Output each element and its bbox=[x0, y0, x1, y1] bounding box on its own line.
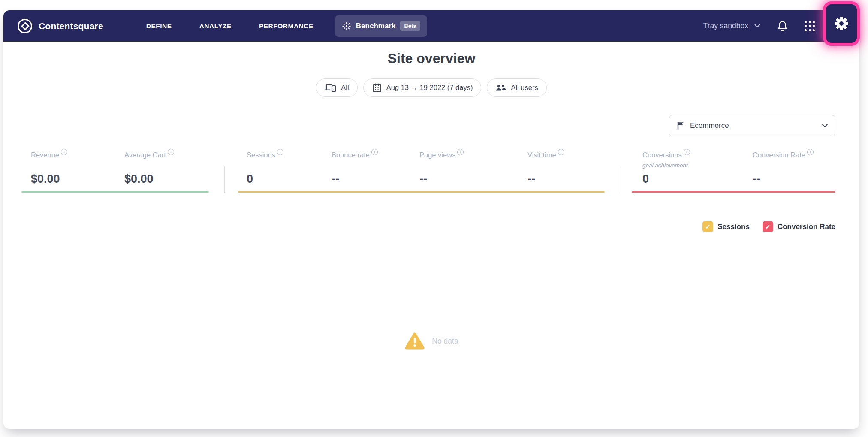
legend-conversion-rate[interactable]: ✓ Conversion Rate bbox=[763, 221, 835, 232]
info-icon[interactable]: i bbox=[558, 149, 564, 155]
calendar-icon bbox=[372, 83, 382, 93]
page-title: Site overview bbox=[3, 51, 859, 66]
metric-value: $0.00 bbox=[31, 172, 60, 186]
info-icon[interactable]: i bbox=[807, 149, 814, 155]
gear-icon bbox=[834, 16, 849, 31]
info-icon[interactable]: i bbox=[61, 149, 67, 155]
grid-icon bbox=[805, 21, 815, 31]
metric-revenue: Revenue i $0.00 bbox=[31, 151, 67, 159]
metric-label: Revenue bbox=[31, 151, 59, 159]
metric-label: Conversion Rate bbox=[753, 151, 805, 159]
metric-page-views: Page views i -- bbox=[419, 151, 464, 159]
empty-state-text: No data bbox=[432, 337, 458, 346]
metric-bounce-rate: Bounce rate i -- bbox=[332, 151, 378, 159]
checkbox-sessions[interactable]: ✓ bbox=[702, 221, 713, 232]
benchmark-label: Benchmark bbox=[356, 22, 396, 30]
brand-name: Contentsquare bbox=[39, 21, 103, 31]
metric-sessions: Sessions i 0 bbox=[247, 151, 283, 159]
metric-value: 0 bbox=[247, 172, 253, 186]
top-navigation: Contentsquare DEFINE ANALYZE PERFORMANCE… bbox=[3, 10, 859, 42]
account-switcher[interactable]: Tray sandbox bbox=[703, 21, 760, 30]
metric-label: Bounce rate bbox=[332, 151, 370, 159]
metric-value: -- bbox=[332, 172, 339, 186]
metric-label: Average Cart bbox=[124, 151, 166, 159]
revenue-group-underline bbox=[21, 191, 209, 193]
chart-legend: ✓ Sessions ✓ Conversion Rate bbox=[702, 221, 835, 232]
account-name: Tray sandbox bbox=[703, 21, 748, 30]
brand[interactable]: Contentsquare bbox=[16, 18, 103, 35]
conversion-group-underline bbox=[632, 191, 835, 193]
metric-conversion-rate: Conversion Rate i -- bbox=[753, 151, 814, 159]
metric-divider bbox=[224, 166, 225, 193]
audience-filter-button[interactable]: All users bbox=[487, 78, 546, 97]
chevron-down-icon bbox=[822, 124, 828, 128]
flag-icon bbox=[676, 121, 685, 130]
metric-label: Conversions bbox=[642, 151, 682, 159]
info-icon[interactable]: i bbox=[457, 149, 464, 155]
metric-label: Visit time bbox=[527, 151, 556, 159]
metric-value: -- bbox=[753, 172, 760, 186]
metric-value: $0.00 bbox=[124, 172, 154, 186]
traffic-group-underline bbox=[238, 191, 605, 193]
metric-divider bbox=[618, 166, 618, 193]
metric-average-cart: Average Cart i $0.00 bbox=[124, 151, 174, 159]
apps-grid-button[interactable] bbox=[805, 21, 815, 31]
date-range-value: Aug 13 → 19 2022 (7 days) bbox=[386, 84, 473, 92]
chart-empty-state: No data bbox=[3, 332, 859, 350]
metric-value: -- bbox=[527, 172, 535, 186]
notifications-button[interactable] bbox=[777, 20, 788, 32]
warning-triangle-icon bbox=[404, 332, 425, 350]
nav-item-performance[interactable]: PERFORMANCE bbox=[259, 22, 313, 30]
goal-template-select[interactable]: Ecommerce bbox=[669, 115, 835, 136]
bell-icon bbox=[777, 20, 788, 32]
nav-item-analyze[interactable]: ANALYZE bbox=[199, 22, 232, 30]
metric-label: Sessions bbox=[247, 151, 275, 159]
app-window: Contentsquare DEFINE ANALYZE PERFORMANCE… bbox=[3, 10, 859, 429]
settings-button[interactable] bbox=[834, 16, 849, 31]
benchmark-button[interactable]: Benchmark Beta bbox=[335, 15, 427, 37]
info-icon[interactable]: i bbox=[371, 149, 378, 155]
metric-value: -- bbox=[419, 172, 427, 186]
info-icon[interactable]: i bbox=[168, 149, 174, 155]
audience-filter-value: All users bbox=[511, 84, 538, 92]
metric-conversions: Conversions i goal achievement 0 bbox=[642, 151, 690, 159]
legend-label: Conversion Rate bbox=[778, 223, 835, 231]
metric-value: 0 bbox=[642, 172, 649, 186]
main-menu: DEFINE ANALYZE PERFORMANCE bbox=[146, 22, 313, 30]
info-icon[interactable]: i bbox=[684, 149, 690, 155]
metric-sublabel: goal achievement bbox=[642, 162, 688, 169]
scope-filters: All Aug 13 → 19 2022 (7 days) bbox=[3, 78, 859, 97]
metric-label: Page views bbox=[419, 151, 455, 159]
legend-label: Sessions bbox=[717, 223, 750, 231]
legend-sessions[interactable]: ✓ Sessions bbox=[702, 221, 750, 232]
goal-template-value: Ecommerce bbox=[690, 121, 822, 130]
sparkle-icon bbox=[342, 21, 351, 31]
contentsquare-logo-icon bbox=[16, 18, 33, 35]
chevron-down-icon bbox=[754, 24, 760, 28]
device-filter-button[interactable]: All bbox=[316, 78, 357, 97]
devices-icon bbox=[325, 84, 337, 92]
checkbox-conversion-rate[interactable]: ✓ bbox=[763, 221, 773, 232]
info-icon[interactable]: i bbox=[277, 149, 283, 155]
date-range-button[interactable]: Aug 13 → 19 2022 (7 days) bbox=[363, 78, 482, 97]
nav-item-define[interactable]: DEFINE bbox=[146, 22, 172, 30]
users-icon bbox=[495, 84, 506, 92]
metric-visit-time: Visit time i -- bbox=[527, 151, 564, 159]
beta-badge: Beta bbox=[400, 21, 420, 31]
settings-highlight-annotation bbox=[823, 1, 860, 46]
device-filter-value: All bbox=[341, 84, 349, 92]
